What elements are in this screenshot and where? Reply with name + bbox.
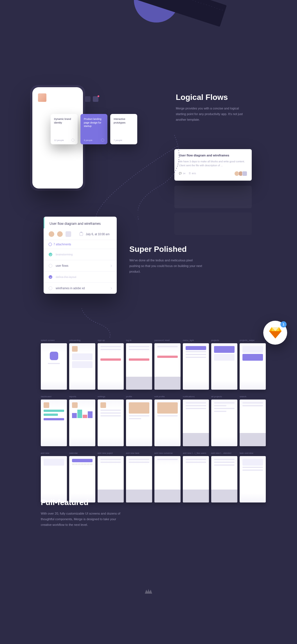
screen-label: reports (69, 395, 95, 398)
section-heading: Super Polished (129, 245, 202, 254)
screen-thumbnail[interactable] (69, 400, 95, 446)
project-card[interactable]: Dynamic brand identity 12 people (51, 114, 78, 144)
screen-label: add new t…xtended (211, 452, 237, 454)
screen-label: add new t…l_few users (183, 452, 209, 454)
sketch-badge[interactable]: 1 (263, 321, 287, 345)
checklist-item[interactable]: define the layout (44, 271, 117, 282)
card-title: Product landing page design for startup (84, 117, 104, 139)
screen-label: add new converse (154, 452, 181, 454)
project-card-active[interactable]: Product landing page design for startup … (80, 114, 107, 144)
screen-label: all projects (211, 395, 237, 398)
attachment-icon (71, 138, 75, 142)
checklist-item[interactable]: user flows (44, 260, 117, 271)
section-body: Merge provides you with a concise and lo… (176, 106, 249, 122)
screen-label: password reset (154, 339, 181, 342)
screen-label: projects_swipe (240, 339, 266, 342)
add-assignee-button[interactable] (66, 231, 71, 237)
screen-thumbnail[interactable] (240, 456, 266, 502)
screen-thumbnail[interactable] (183, 456, 209, 502)
task-date: July 6, at 10:00 am (86, 233, 110, 236)
screen-label: add new task (126, 452, 152, 454)
chevron-right-icon (110, 287, 112, 289)
checkbox-icon[interactable] (49, 264, 52, 268)
screen-label: log in (126, 339, 152, 342)
attachment-icon (48, 242, 53, 247)
section-body: We've done all the tedius and meticulous… (129, 258, 202, 274)
task-detail-card: User flow diagram and wireframes July 6,… (44, 217, 117, 294)
screen-thumbnail[interactable] (41, 400, 67, 446)
screen-label: add new (41, 452, 67, 454)
screen-thumbnail[interactable] (69, 343, 95, 390)
screen-label: add new poject (98, 452, 124, 454)
screen-thumbnail[interactable] (211, 456, 237, 502)
checklist-item[interactable]: brainstorming (44, 249, 117, 260)
screen-label: notifications (183, 395, 209, 398)
attachment-icon (101, 138, 105, 142)
calendar-icon (80, 232, 83, 236)
screen-thumbnail[interactable] (98, 343, 124, 390)
badge-count: 1 (280, 321, 287, 327)
checkbox-icon[interactable] (49, 253, 52, 256)
screen-thumbnail[interactable] (154, 343, 181, 390)
screen-thumbnail[interactable] (98, 456, 124, 502)
screen-thumbnail[interactable] (183, 400, 209, 446)
detail-title: User flow diagram and wireframes (50, 222, 112, 226)
screen-label: settings (98, 395, 124, 398)
screen-label: task overview (240, 452, 266, 454)
screens-grid: splash screenonboardingsign uplog inpass… (41, 339, 266, 508)
checklist-label: user flows (56, 264, 68, 267)
checkbox-icon[interactable] (49, 275, 52, 279)
screen-label: search (240, 395, 266, 398)
checkbox-icon[interactable] (49, 286, 52, 290)
bell-icon (93, 96, 98, 102)
screen-label: profile (126, 395, 152, 398)
assignee-avatars (235, 171, 247, 176)
screen-label: edit profile (154, 395, 181, 398)
checklist-label: define the layout (56, 275, 76, 279)
chevron-right-icon (110, 264, 112, 267)
checklist-label: wireframes in adobe xd (56, 287, 85, 290)
avatar (57, 231, 63, 237)
card-people: 7 people (114, 139, 122, 142)
dotted-connector (82, 293, 115, 338)
grid-icon (85, 96, 91, 102)
screen-thumbnail[interactable] (154, 400, 181, 446)
avatar (38, 93, 46, 102)
checklist-item[interactable]: wireframes in adobe xd (44, 282, 117, 294)
screen-label: sign up (98, 339, 124, 342)
full-featured-text: Full-featured With over 20, fully custom… (41, 498, 122, 528)
screen-thumbnail[interactable] (126, 343, 152, 390)
screen-thumbnail[interactable] (211, 343, 237, 390)
screen-thumbnail[interactable] (183, 343, 209, 390)
project-cards-row: Dynamic brand identity 12 people Product… (51, 114, 137, 144)
avatar (49, 231, 54, 237)
super-polished-text: Super Polished We've done all the tedius… (129, 245, 202, 274)
screen-thumbnail[interactable] (98, 400, 124, 446)
detail-meta-row: July 6, at 10:00 am (44, 228, 117, 240)
project-card[interactable]: Interactive prototypes 7 people (110, 114, 137, 144)
screen-label: splash screen (41, 339, 67, 342)
screen-label: menu_light (183, 339, 209, 342)
logical-flows-text: Logical Flows Merge provides you with a … (176, 93, 249, 122)
screen-thumbnail[interactable] (154, 456, 181, 502)
screen-thumbnail[interactable] (240, 343, 266, 390)
screen-thumbnail[interactable] (126, 456, 152, 502)
card-people: 12 people (54, 139, 64, 142)
card-people: 8 people (84, 139, 93, 142)
screen-label: dashboard (41, 395, 67, 398)
screen-thumbnail[interactable] (126, 400, 152, 446)
card-title: Interactive prototypes (114, 117, 134, 139)
screen-thumbnail[interactable] (211, 400, 237, 446)
screen-thumbnail[interactable] (69, 456, 95, 502)
attachments-row[interactable]: 7 attachments (44, 240, 117, 249)
screen-label: calendar (69, 452, 95, 454)
dotted-connector (96, 146, 180, 219)
merge-logo (145, 588, 152, 594)
screen-label: onboarding (69, 339, 95, 342)
section-body: With over 20, fully customizable UI scre… (41, 511, 122, 528)
screen-thumbnail[interactable] (240, 400, 266, 446)
screen-thumbnail[interactable] (41, 456, 67, 502)
section-heading: Logical Flows (176, 93, 249, 102)
screen-thumbnail[interactable] (41, 343, 67, 390)
attachments-label: 7 attachments (53, 243, 71, 246)
